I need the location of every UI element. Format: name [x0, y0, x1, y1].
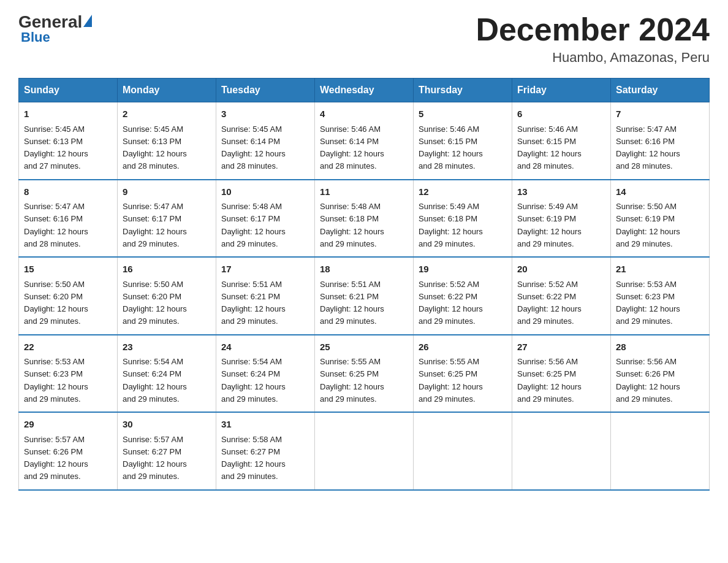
calendar-week-row: 15Sunrise: 5:50 AMSunset: 6:20 PMDayligh… [19, 257, 710, 335]
calendar-cell: 10Sunrise: 5:48 AMSunset: 6:17 PMDayligh… [216, 180, 315, 258]
day-info: Sunrise: 5:47 AMSunset: 6:16 PMDaylight:… [616, 124, 680, 171]
col-header-sunday: Sunday [19, 79, 118, 102]
day-info: Sunrise: 5:56 AMSunset: 6:25 PMDaylight:… [517, 357, 582, 404]
calendar-cell: 19Sunrise: 5:52 AMSunset: 6:22 PMDayligh… [414, 257, 512, 335]
col-header-thursday: Thursday [414, 79, 512, 102]
title-block: December 2024 Huambo, Amazonas, Peru [476, 12, 710, 66]
day-number: 14 [616, 185, 704, 199]
calendar-cell: 3Sunrise: 5:45 AMSunset: 6:14 PMDaylight… [216, 102, 315, 180]
calendar-cell: 11Sunrise: 5:48 AMSunset: 6:18 PMDayligh… [315, 180, 414, 258]
calendar-cell: 30Sunrise: 5:57 AMSunset: 6:27 PMDayligh… [118, 412, 216, 490]
day-number: 21 [616, 262, 704, 277]
day-info: Sunrise: 5:46 AMSunset: 6:15 PMDaylight:… [517, 124, 582, 171]
day-info: Sunrise: 5:48 AMSunset: 6:18 PMDaylight:… [320, 202, 384, 248]
day-number: 27 [517, 340, 605, 354]
calendar-cell: 4Sunrise: 5:46 AMSunset: 6:14 PMDaylight… [315, 102, 414, 180]
calendar-cell: 17Sunrise: 5:51 AMSunset: 6:21 PMDayligh… [216, 257, 315, 335]
day-number: 30 [123, 418, 211, 432]
day-number: 1 [24, 107, 112, 121]
day-number: 12 [419, 185, 507, 199]
calendar-cell: 22Sunrise: 5:53 AMSunset: 6:23 PMDayligh… [19, 335, 118, 413]
day-info: Sunrise: 5:48 AMSunset: 6:17 PMDaylight:… [221, 202, 286, 248]
calendar-cell: 14Sunrise: 5:50 AMSunset: 6:19 PMDayligh… [611, 180, 710, 258]
calendar-cell: 9Sunrise: 5:47 AMSunset: 6:17 PMDaylight… [118, 180, 216, 258]
calendar-cell: 13Sunrise: 5:49 AMSunset: 6:19 PMDayligh… [512, 180, 611, 258]
day-number: 3 [221, 107, 309, 121]
day-info: Sunrise: 5:51 AMSunset: 6:21 PMDaylight:… [221, 280, 286, 326]
day-info: Sunrise: 5:52 AMSunset: 6:22 PMDaylight:… [517, 280, 582, 326]
day-number: 31 [221, 418, 309, 432]
calendar-cell [414, 412, 512, 490]
calendar-cell: 27Sunrise: 5:56 AMSunset: 6:25 PMDayligh… [512, 335, 611, 413]
day-info: Sunrise: 5:46 AMSunset: 6:15 PMDaylight:… [419, 124, 483, 171]
calendar-cell: 26Sunrise: 5:55 AMSunset: 6:25 PMDayligh… [414, 335, 512, 413]
calendar-cell [315, 412, 414, 490]
day-number: 13 [517, 185, 605, 199]
calendar-header-row: SundayMondayTuesdayWednesdayThursdayFrid… [19, 79, 710, 102]
calendar-cell: 5Sunrise: 5:46 AMSunset: 6:15 PMDaylight… [414, 102, 512, 180]
day-number: 22 [24, 340, 112, 354]
calendar-cell: 28Sunrise: 5:56 AMSunset: 6:26 PMDayligh… [611, 335, 710, 413]
day-info: Sunrise: 5:55 AMSunset: 6:25 PMDaylight:… [419, 357, 483, 404]
calendar-cell: 15Sunrise: 5:50 AMSunset: 6:20 PMDayligh… [19, 257, 118, 335]
calendar-cell: 25Sunrise: 5:55 AMSunset: 6:25 PMDayligh… [315, 335, 414, 413]
calendar-cell: 20Sunrise: 5:52 AMSunset: 6:22 PMDayligh… [512, 257, 611, 335]
calendar-cell: 1Sunrise: 5:45 AMSunset: 6:13 PMDaylight… [19, 102, 118, 180]
calendar-table: SundayMondayTuesdayWednesdayThursdayFrid… [18, 78, 710, 491]
calendar-week-row: 8Sunrise: 5:47 AMSunset: 6:16 PMDaylight… [19, 180, 710, 258]
day-info: Sunrise: 5:49 AMSunset: 6:18 PMDaylight:… [419, 202, 483, 248]
day-number: 19 [419, 262, 507, 277]
day-info: Sunrise: 5:57 AMSunset: 6:27 PMDaylight:… [123, 435, 187, 481]
location-subtitle: Huambo, Amazonas, Peru [476, 50, 710, 66]
day-info: Sunrise: 5:54 AMSunset: 6:24 PMDaylight:… [221, 357, 286, 404]
col-header-tuesday: Tuesday [216, 79, 315, 102]
day-number: 17 [221, 262, 309, 277]
calendar-cell: 2Sunrise: 5:45 AMSunset: 6:13 PMDaylight… [118, 102, 216, 180]
col-header-wednesday: Wednesday [315, 79, 414, 102]
day-number: 8 [24, 185, 112, 199]
calendar-cell: 18Sunrise: 5:51 AMSunset: 6:21 PMDayligh… [315, 257, 414, 335]
day-number: 15 [24, 262, 112, 277]
day-info: Sunrise: 5:57 AMSunset: 6:26 PMDaylight:… [24, 435, 88, 481]
day-info: Sunrise: 5:45 AMSunset: 6:13 PMDaylight:… [123, 124, 187, 171]
day-info: Sunrise: 5:58 AMSunset: 6:27 PMDaylight:… [221, 435, 286, 481]
month-title: December 2024 [476, 12, 710, 47]
day-info: Sunrise: 5:52 AMSunset: 6:22 PMDaylight:… [419, 280, 483, 326]
day-number: 25 [320, 340, 408, 354]
logo-blue-subtitle: Blue [21, 29, 50, 45]
calendar-cell: 16Sunrise: 5:50 AMSunset: 6:20 PMDayligh… [118, 257, 216, 335]
day-info: Sunrise: 5:45 AMSunset: 6:14 PMDaylight:… [221, 124, 286, 171]
day-info: Sunrise: 5:50 AMSunset: 6:19 PMDaylight:… [616, 202, 680, 248]
day-number: 10 [221, 185, 309, 199]
day-info: Sunrise: 5:53 AMSunset: 6:23 PMDaylight:… [616, 280, 680, 326]
calendar-cell: 23Sunrise: 5:54 AMSunset: 6:24 PMDayligh… [118, 335, 216, 413]
day-number: 5 [419, 107, 507, 121]
day-number: 29 [24, 418, 112, 432]
day-info: Sunrise: 5:51 AMSunset: 6:21 PMDaylight:… [320, 280, 384, 326]
calendar-cell: 12Sunrise: 5:49 AMSunset: 6:18 PMDayligh… [414, 180, 512, 258]
day-number: 24 [221, 340, 309, 354]
day-number: 23 [123, 340, 211, 354]
day-number: 26 [419, 340, 507, 354]
day-number: 11 [320, 185, 408, 199]
day-info: Sunrise: 5:46 AMSunset: 6:14 PMDaylight:… [320, 124, 384, 171]
calendar-cell: 7Sunrise: 5:47 AMSunset: 6:16 PMDaylight… [611, 102, 710, 180]
calendar-week-row: 22Sunrise: 5:53 AMSunset: 6:23 PMDayligh… [19, 335, 710, 413]
day-number: 2 [123, 107, 211, 121]
logo: General Blue [18, 12, 92, 45]
day-number: 28 [616, 340, 704, 354]
page-header: General Blue December 2024 Huambo, Amazo… [18, 12, 710, 66]
calendar-cell: 24Sunrise: 5:54 AMSunset: 6:24 PMDayligh… [216, 335, 315, 413]
day-number: 7 [616, 107, 704, 121]
calendar-cell: 21Sunrise: 5:53 AMSunset: 6:23 PMDayligh… [611, 257, 710, 335]
day-info: Sunrise: 5:45 AMSunset: 6:13 PMDaylight:… [24, 124, 88, 171]
calendar-cell: 29Sunrise: 5:57 AMSunset: 6:26 PMDayligh… [19, 412, 118, 490]
calendar-cell: 8Sunrise: 5:47 AMSunset: 6:16 PMDaylight… [19, 180, 118, 258]
day-info: Sunrise: 5:54 AMSunset: 6:24 PMDaylight:… [123, 357, 187, 404]
day-number: 9 [123, 185, 211, 199]
day-info: Sunrise: 5:55 AMSunset: 6:25 PMDaylight:… [320, 357, 384, 404]
calendar-week-row: 29Sunrise: 5:57 AMSunset: 6:26 PMDayligh… [19, 412, 710, 490]
day-info: Sunrise: 5:50 AMSunset: 6:20 PMDaylight:… [123, 280, 187, 326]
calendar-cell [611, 412, 710, 490]
calendar-cell: 6Sunrise: 5:46 AMSunset: 6:15 PMDaylight… [512, 102, 611, 180]
